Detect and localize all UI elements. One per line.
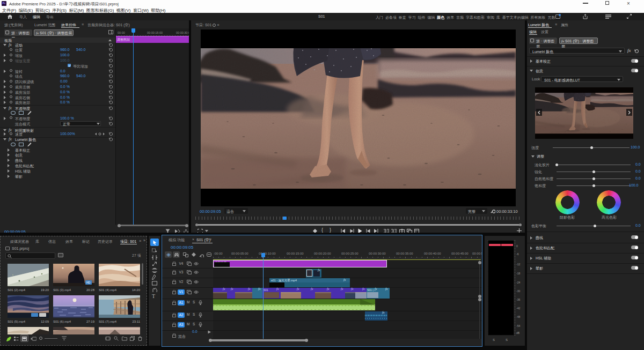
svg-text:HD: HD [86, 281, 91, 284]
